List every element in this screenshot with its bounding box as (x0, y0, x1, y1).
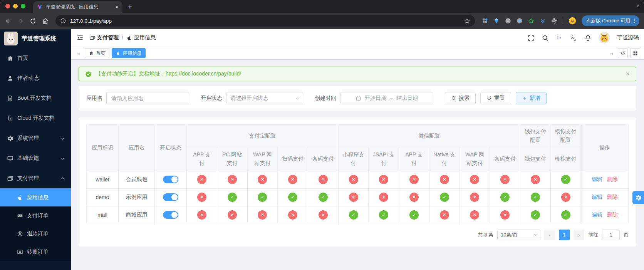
close-alert-icon[interactable]: × (626, 70, 630, 78)
address-bar[interactable]: 127.0.0.1/pay/app (55, 15, 475, 27)
delete-link[interactable]: 删除 (607, 176, 618, 182)
payment-icon (7, 175, 13, 182)
gear-icon (7, 135, 13, 142)
breadcrumb-item[interactable]: 应用信息 (126, 34, 156, 41)
prev-page-button[interactable]: ‹ (544, 230, 555, 240)
new-tab-button[interactable]: + (128, 3, 132, 10)
app-name-input[interactable] (106, 92, 189, 104)
date-range-picker[interactable]: 开始日期 – 结束日期 (340, 92, 433, 104)
chevrons-extension-icon[interactable] (539, 17, 546, 24)
sidebar-item[interactable]: 基础设施 (0, 148, 71, 168)
fullscreen-icon[interactable] (527, 34, 535, 42)
table-row: demo示例应用✕✓✓✓✓✕✕✕✓✕✓✓✕编辑删除 (87, 188, 629, 206)
chevrons-left-icon[interactable]: « (75, 50, 82, 56)
star-extension-icon[interactable] (528, 17, 535, 24)
forward-icon[interactable] (17, 17, 24, 25)
close-window-button[interactable] (5, 4, 10, 8)
browser-tab[interactable]: 芋道管理系统 - 应用信息 × (33, 1, 122, 13)
enabled-switch[interactable] (163, 176, 178, 183)
recorder-extension-icon[interactable] (516, 17, 523, 24)
user-avatar[interactable] (599, 32, 610, 44)
apple-icon (17, 195, 23, 201)
apps-extension-icon[interactable] (481, 17, 488, 24)
site-info-icon[interactable] (60, 18, 66, 24)
breadcrumb-separator: / (122, 35, 123, 41)
search-button[interactable]: 搜索 (445, 92, 476, 104)
kebab-menu-icon[interactable] (632, 18, 638, 24)
sidebar-item[interactable]: 支付管理 (0, 168, 71, 188)
page-size-select[interactable]: 10条/页 (497, 230, 540, 240)
minimize-window-button[interactable] (13, 4, 18, 8)
status-cell: ✓ (520, 206, 550, 224)
language-icon[interactable]: 文A (570, 34, 577, 42)
browser-home-icon[interactable] (42, 17, 49, 25)
back-icon[interactable] (5, 17, 12, 25)
column-group-header: 钱包支付配置 (520, 125, 550, 147)
layout-grid-button[interactable] (630, 48, 640, 58)
sidebar-logo[interactable]: 芋道管理系统 (0, 29, 71, 48)
column-subheader: 扫码支付 (278, 147, 308, 171)
sidebar-subitem[interactable]: 转账订单 (0, 243, 71, 261)
command-extension-icon[interactable] (505, 17, 512, 24)
status-cell: ✕ (490, 171, 520, 188)
status-disabled-icon: ✕ (197, 210, 206, 220)
sidebar-item[interactable]: 首页 (0, 48, 71, 68)
reset-button[interactable]: 重置 (480, 92, 511, 104)
tab-search-icon[interactable]: ∨ (636, 3, 639, 8)
actions-cell: 编辑删除 (581, 206, 629, 224)
delete-link[interactable]: 删除 (607, 194, 618, 200)
add-button[interactable]: 新增 (516, 92, 547, 104)
page-unit-label: 页 (624, 231, 629, 238)
status-select[interactable]: 请选择开启状态 (226, 92, 303, 104)
site-favicon (37, 4, 43, 10)
sidebar-item[interactable]: 作者动态 (0, 68, 71, 88)
alert-doc-link[interactable]: https://doc.iocoder.cn/pay/build/ (166, 70, 241, 77)
status-disabled-icon: ✕ (288, 175, 297, 184)
collapse-sidebar-icon[interactable] (76, 34, 84, 42)
edit-link[interactable]: 编辑 (592, 194, 602, 200)
theme-settings-button[interactable] (632, 191, 644, 204)
tab-active[interactable]: 应用信息 (112, 48, 146, 58)
sidebar-item-label: 系统管理 (17, 135, 39, 142)
next-page-button[interactable]: › (574, 230, 584, 240)
apple-icon (126, 35, 132, 41)
enabled-switch[interactable] (163, 193, 178, 201)
profile-avatar-icon[interactable] (568, 17, 577, 25)
app-title: 芋道管理系统 (22, 35, 56, 42)
close-tab-icon[interactable]: × (116, 4, 119, 10)
sidebar-subitem[interactable]: 退款订单 (0, 225, 71, 243)
goto-page-input[interactable] (602, 230, 620, 240)
bell-icon[interactable] (584, 34, 592, 42)
sidebar-item[interactable]: Cloud 开发文档 (0, 108, 71, 128)
enabled-switch[interactable] (163, 211, 178, 219)
current-page-button[interactable]: 1 (559, 230, 570, 240)
column-group-header: 模拟支付配置 (550, 125, 581, 147)
font-size-icon[interactable]: Tt (556, 34, 563, 42)
pagination: 共 3 条 10条/页 ‹ 1 › 前往 页 (86, 230, 629, 240)
reload-icon[interactable] (29, 17, 37, 25)
status-disabled-icon: ✕ (228, 210, 237, 220)
refresh-tab-button[interactable] (618, 48, 628, 58)
breadcrumb-item[interactable]: 支付管理 (89, 34, 119, 41)
delete-link[interactable]: 删除 (607, 211, 618, 218)
sidebar-subitem[interactable]: 应用信息 (0, 188, 71, 206)
edit-link[interactable]: 编辑 (592, 211, 602, 218)
puzzle-icon[interactable] (551, 17, 558, 24)
bookmark-star-icon[interactable] (464, 18, 470, 24)
sidebar-item[interactable]: Boot 开发文档 (0, 88, 71, 108)
sidebar-subitem[interactable]: PayPal支付订单 (0, 206, 71, 225)
status-cell: ✕ (520, 171, 550, 188)
chevron-down-icon (61, 156, 65, 159)
gem-extension-icon[interactable] (493, 17, 500, 24)
status-cell: ✕ (460, 171, 490, 188)
status-cell: ✓ (520, 188, 550, 206)
edit-link[interactable]: 编辑 (592, 176, 602, 182)
tab-item[interactable]: 首页 (85, 48, 109, 58)
search-icon[interactable] (542, 34, 549, 42)
chevrons-right-icon[interactable]: » (608, 50, 615, 56)
sidebar-item-label: 首页 (17, 55, 28, 62)
app-name-label: 应用名 (86, 95, 102, 102)
chrome-update-chip[interactable]: 有新版 Chrome 可用 (582, 15, 639, 26)
sidebar-item[interactable]: 系统管理 (0, 128, 71, 148)
zoom-window-button[interactable] (21, 4, 25, 8)
